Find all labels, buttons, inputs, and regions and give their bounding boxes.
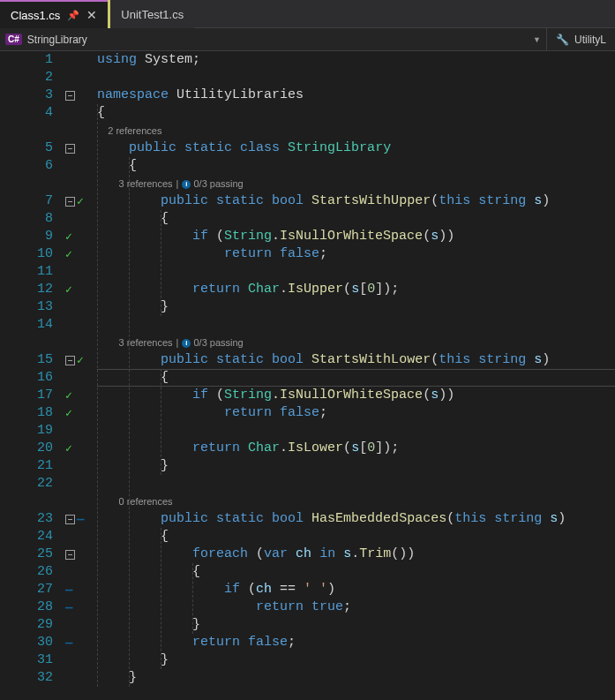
code-line: if (ch == ' ') — [97, 581, 615, 598]
code-line: } — [97, 651, 615, 669]
code-content[interactable]: using System; namespace UtilityLibraries… — [97, 51, 615, 700]
code-line: } — [97, 457, 615, 475]
code-line: foreach (var ch in s.Trim()) — [97, 546, 615, 563]
code-line: return Char.IsLower(s[0]); — [97, 440, 615, 457]
test-status-icon: i — [182, 339, 191, 348]
code-line: { — [97, 104, 615, 122]
fold-icon[interactable] — [65, 515, 75, 524]
test-notrun-icon: — — [77, 512, 84, 526]
chevron-down-icon: ▼ — [533, 35, 541, 44]
pin-icon[interactable]: 📌 — [67, 10, 79, 21]
nav-scope-dropdown[interactable]: C# StringLibrary ▼ — [0, 28, 547, 50]
tab-unittest1[interactable]: UnitTest1.cs — [108, 0, 194, 28]
code-line — [97, 475, 615, 493]
code-line — [97, 69, 615, 87]
fold-icon[interactable] — [65, 91, 75, 101]
test-notrun-icon: — — [65, 583, 72, 597]
test-pass-icon: ✓ — [65, 406, 72, 420]
nav-member-label: UtilityL — [574, 34, 606, 46]
fold-icon[interactable] — [65, 550, 75, 560]
codelens[interactable]: 2 references — [97, 122, 615, 139]
code-editor[interactable]: 1 2 3 4 5 6 7 8 9 10 11 12 13 14 15 16 1… — [0, 51, 615, 700]
code-line — [97, 263, 615, 281]
code-line: { — [97, 369, 615, 387]
test-pass-icon: ✓ — [65, 230, 72, 244]
code-line: return false; — [97, 404, 615, 422]
code-line: { — [97, 563, 615, 581]
nav-scope-label: StringLibrary — [27, 34, 87, 46]
fold-icon[interactable] — [65, 356, 75, 365]
test-status-icon: i — [182, 180, 191, 189]
wrench-icon: 🔧 — [556, 34, 569, 46]
tab-class1[interactable]: Class1.cs 📌 ✕ — [0, 0, 108, 28]
codelens[interactable]: 0 references — [97, 493, 615, 510]
code-line: if (String.IsNullOrWhiteSpace(s)) — [97, 387, 615, 404]
code-line: } — [97, 298, 615, 316]
navigation-bar: C# StringLibrary ▼ 🔧 UtilityL — [0, 28, 615, 51]
code-line: public static bool StartsWithLower(this … — [97, 351, 615, 369]
test-pass-icon: ✓ — [77, 353, 84, 367]
fold-icon[interactable] — [65, 144, 75, 154]
code-line: return true; — [97, 598, 615, 616]
code-line — [97, 422, 615, 440]
code-line: } — [97, 669, 615, 687]
glyph-margin: ✓ ✓ ✓ ✓ ✓ ✓ ✓ ✓ — — — — — [64, 51, 97, 700]
test-pass-icon: ✓ — [65, 388, 72, 403]
tab-bar: Class1.cs 📌 ✕ UnitTest1.cs — [0, 0, 615, 28]
test-pass-icon: ✓ — [77, 194, 84, 208]
test-notrun-icon: — — [65, 600, 72, 614]
code-line: { — [97, 157, 615, 175]
nav-member-dropdown[interactable]: 🔧 UtilityL — [547, 28, 615, 50]
code-line: return false; — [97, 245, 615, 263]
code-line: public static class StringLibrary — [97, 139, 615, 157]
tab-label: UnitTest1.cs — [121, 8, 184, 21]
test-pass-icon: ✓ — [65, 441, 72, 455]
codelens[interactable]: 3 references|i0/3 passing — [97, 175, 615, 192]
fold-icon[interactable] — [65, 197, 75, 207]
codelens[interactable]: 3 references|i0/3 passing — [97, 334, 615, 351]
code-line — [97, 316, 615, 334]
code-line: using System; — [97, 51, 615, 69]
code-line: if (String.IsNullOrWhiteSpace(s)) — [97, 228, 615, 245]
test-pass-icon: ✓ — [65, 247, 72, 261]
test-notrun-icon: — — [65, 636, 72, 650]
code-line: public static bool StartsWithUpper(this … — [97, 192, 615, 210]
line-number-gutter: 1 2 3 4 5 6 7 8 9 10 11 12 13 14 15 16 1… — [0, 51, 64, 700]
code-line: return false; — [97, 634, 615, 651]
code-line: } — [97, 616, 615, 634]
csharp-icon: C# — [5, 34, 22, 45]
code-line: public static bool HasEmbeddedSpaces(thi… — [97, 510, 615, 528]
code-line: return Char.IsUpper(s[0]); — [97, 281, 615, 298]
code-line: namespace UtilityLibraries — [97, 87, 615, 104]
tab-label: Class1.cs — [11, 9, 60, 22]
test-pass-icon: ✓ — [65, 282, 72, 297]
close-icon[interactable]: ✕ — [86, 8, 97, 22]
code-line: { — [97, 528, 615, 546]
code-line: { — [97, 210, 615, 228]
